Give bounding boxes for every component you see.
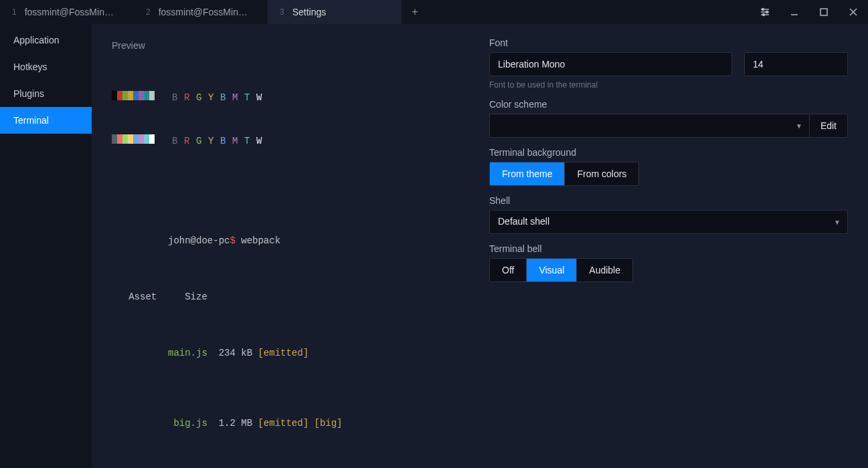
color-scheme-label: Color scheme	[489, 99, 848, 110]
sidebar-item-plugins[interactable]: Plugins	[0, 80, 92, 107]
font-hint: Font to be used in the terminal	[489, 80, 848, 90]
preview-prompt: john@doe-pc	[168, 235, 230, 246]
edit-scheme-button[interactable]: Edit	[809, 114, 848, 138]
maximize-icon[interactable]	[809, 0, 839, 24]
preview-cmd: webpack	[236, 235, 280, 246]
tab-terminal-2[interactable]: 2 fossmint@FossMin…	[134, 0, 268, 24]
sidebar-item-hotkeys[interactable]: Hotkeys	[0, 53, 92, 80]
preview-size: 234 kB	[207, 348, 258, 358]
svg-point-1	[766, 11, 768, 13]
shell-value: Default shell	[498, 216, 549, 227]
bell-audible-button[interactable]: Audible	[576, 259, 632, 281]
svg-rect-3	[820, 9, 827, 15]
svg-point-2	[763, 14, 765, 16]
minimize-icon[interactable]	[780, 0, 809, 24]
tab-index: 1	[12, 7, 17, 17]
bell-visual-button[interactable]: Visual	[526, 259, 576, 281]
bg-from-colors-button[interactable]: From colors	[564, 162, 638, 185]
terminal-preview: BRGYBMTW BRGYBMTW john@doe-pc$ webpack A…	[112, 63, 461, 468]
tab-terminal-1[interactable]: 1 fossmint@FossMin…	[0, 0, 134, 24]
font-input[interactable]	[489, 52, 732, 76]
tab-label: fossmint@FossMin…	[25, 7, 114, 17]
color-swatch-row-normal: BRGYBMTW	[112, 91, 461, 105]
font-label: Font	[489, 37, 848, 48]
shell-select[interactable]: Default shell ▼	[489, 210, 848, 234]
terminal-settings-form: Font Font to be used in the terminal Col…	[480, 24, 868, 468]
svg-point-0	[762, 9, 764, 11]
color-swatch-row-bright: BRGYBMTW	[112, 134, 461, 148]
preview-asset: big.js	[168, 418, 207, 429]
terminal-bell-toggle: Off Visual Audible	[489, 258, 633, 282]
preview-line: Asset Size	[112, 290, 461, 304]
tab-bar: 1 fossmint@FossMin… 2 fossmint@FossMin… …	[0, 0, 868, 24]
preview-asset: main.js	[168, 348, 207, 358]
settings-icon[interactable]	[750, 0, 780, 24]
terminal-bg-toggle: From theme From colors	[489, 162, 639, 186]
preview-heading: Preview	[112, 40, 461, 51]
color-scheme-select[interactable]: ▼	[489, 114, 809, 138]
bg-from-theme-button[interactable]: From theme	[490, 162, 564, 185]
settings-sidebar: Application Hotkeys Plugins Terminal	[0, 24, 92, 468]
sidebar-item-application[interactable]: Application	[0, 27, 92, 53]
close-icon[interactable]	[839, 0, 868, 24]
chevron-down-icon: ▼	[796, 122, 802, 130]
tab-index: 3	[280, 7, 284, 17]
tab-label: fossmint@FossMin…	[159, 7, 248, 17]
bell-off-button[interactable]: Off	[490, 259, 526, 281]
sidebar-item-terminal[interactable]: Terminal	[0, 107, 92, 134]
preview-pane: Preview BRGYBMTW BRGYBMTW john@doe-pc$ w…	[92, 24, 480, 468]
chevron-down-icon: ▼	[834, 219, 841, 226]
tab-label: Settings	[292, 7, 327, 17]
tab-settings[interactable]: 3 Settings	[268, 0, 402, 24]
prompt-dollar: $	[230, 235, 235, 246]
tab-index: 2	[146, 7, 151, 17]
terminal-bell-label: Terminal bell	[489, 243, 848, 254]
preview-tag: [emitted]	[258, 348, 309, 358]
new-tab-button[interactable]: +	[402, 0, 428, 24]
font-size-input[interactable]	[744, 52, 848, 76]
terminal-bg-label: Terminal background	[489, 147, 848, 158]
preview-tag: [emitted]	[258, 418, 309, 429]
preview-tag: [big]	[309, 418, 342, 429]
preview-size: 1.2 MB	[207, 418, 258, 429]
shell-label: Shell	[489, 195, 848, 206]
